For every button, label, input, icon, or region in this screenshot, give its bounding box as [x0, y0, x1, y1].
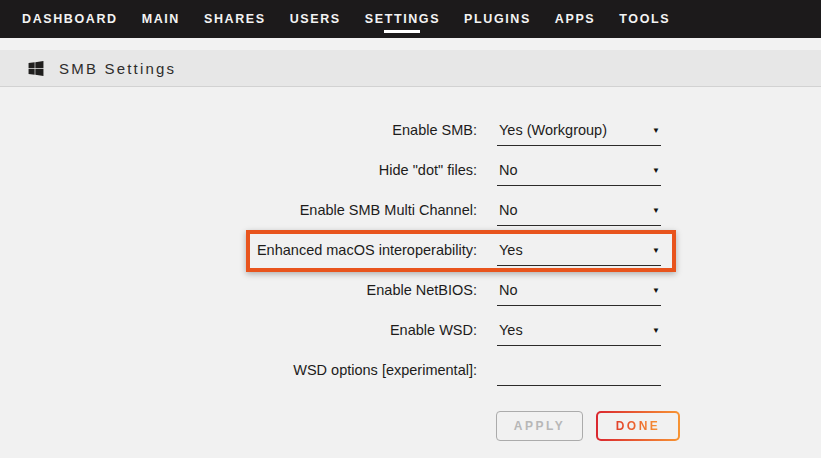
select-value: Yes [499, 322, 523, 338]
field-label: Enable WSD: [0, 311, 477, 351]
select-value: Yes [499, 242, 523, 258]
field-label: Hide "dot" files: [0, 151, 477, 191]
nav-item-tools[interactable]: TOOLS [607, 0, 682, 38]
form-row: Enable SMB Multi Channel: No ▼ [0, 191, 821, 231]
select-value: No [499, 162, 518, 178]
field-label: Enable SMB Multi Channel: [0, 191, 477, 231]
field-label: Enhanced macOS interoperability: [0, 231, 477, 271]
windows-logo-icon [28, 60, 44, 77]
form-buttons: APPLY DONE [496, 411, 821, 441]
top-nav: DASHBOARD MAIN SHARES USERS SETTINGS PLU… [0, 0, 821, 38]
select-value: No [499, 282, 518, 298]
form-row: Enable NetBIOS: No ▼ [0, 271, 821, 311]
nav-item-settings[interactable]: SETTINGS [353, 0, 452, 38]
dropdown-arrow-icon: ▼ [652, 167, 660, 175]
nav-spacer [0, 38, 821, 50]
dropdown-arrow-icon: ▼ [652, 127, 660, 135]
done-button[interactable]: DONE [596, 411, 680, 441]
hide-dot-files-select[interactable]: No ▼ [497, 161, 661, 186]
done-button-label: DONE [616, 419, 661, 433]
nav-item-main[interactable]: MAIN [130, 0, 192, 38]
field-label: Enable SMB: [0, 111, 477, 151]
enable-smb-select[interactable]: Yes (Workgroup) ▼ [497, 121, 661, 146]
select-value: Yes (Workgroup) [499, 122, 607, 138]
smb-settings-form: Enable SMB: Yes (Workgroup) ▼ Hide "dot"… [0, 111, 821, 391]
page-title: SMB Settings [59, 60, 176, 77]
page-header: SMB Settings [0, 50, 821, 87]
enable-smb-multi-channel-select[interactable]: No ▼ [497, 201, 661, 226]
form-row-highlighted: Enhanced macOS interoperability: Yes ▼ [0, 231, 821, 271]
dropdown-arrow-icon: ▼ [652, 247, 660, 255]
form-row: Enable WSD: Yes ▼ [0, 311, 821, 351]
form-row: Hide "dot" files: No ▼ [0, 151, 821, 191]
select-value: No [499, 202, 518, 218]
enhanced-macos-interoperability-select[interactable]: Yes ▼ [497, 241, 661, 266]
enable-netbios-select[interactable]: No ▼ [497, 281, 661, 306]
form-row: Enable SMB: Yes (Workgroup) ▼ [0, 111, 821, 151]
nav-item-plugins[interactable]: PLUGINS [452, 0, 543, 38]
dropdown-arrow-icon: ▼ [652, 327, 660, 335]
enable-wsd-select[interactable]: Yes ▼ [497, 321, 661, 346]
field-label: Enable NetBIOS: [0, 271, 477, 311]
nav-item-users[interactable]: USERS [278, 0, 353, 38]
nav-item-shares[interactable]: SHARES [192, 0, 278, 38]
form-row: WSD options [experimental]: [0, 351, 821, 391]
apply-button-label: APPLY [514, 419, 565, 433]
apply-button[interactable]: APPLY [496, 411, 583, 441]
nav-item-dashboard[interactable]: DASHBOARD [10, 0, 130, 38]
nav-item-apps[interactable]: APPS [543, 0, 607, 38]
dropdown-arrow-icon: ▼ [652, 287, 660, 295]
wsd-options-input[interactable] [499, 361, 645, 379]
dropdown-arrow-icon: ▼ [652, 207, 660, 215]
field-label: WSD options [experimental]: [0, 351, 477, 391]
